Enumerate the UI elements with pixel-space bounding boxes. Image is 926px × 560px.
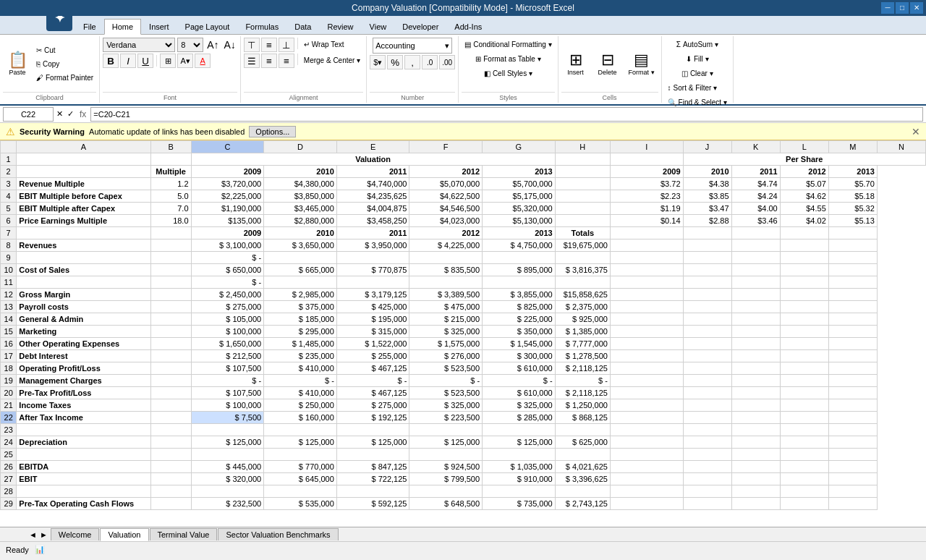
cell-12-col5[interactable]: $ 3,389,500 bbox=[409, 289, 483, 301]
cell-4-col0[interactable]: EBIT Multiple before Capex bbox=[17, 190, 150, 203]
col-header-b[interactable]: B bbox=[150, 141, 191, 153]
cell-20-col12[interactable] bbox=[828, 387, 877, 399]
cell-7-col0[interactable] bbox=[17, 227, 150, 239]
cell-27-col4[interactable]: $ 722,125 bbox=[336, 473, 409, 485]
cell-5-col0[interactable]: EBIT Multiple after Capex bbox=[17, 203, 150, 215]
cell-12-col12[interactable] bbox=[828, 289, 877, 301]
cell-16-col5[interactable]: $ 1,575,000 bbox=[409, 338, 483, 350]
cell-28-col6[interactable] bbox=[483, 485, 556, 498]
cell-12-col11[interactable] bbox=[780, 289, 828, 301]
cell-8-col8[interactable] bbox=[610, 239, 683, 252]
cell-12-col7[interactable]: $15,858,625 bbox=[555, 289, 610, 301]
cell-8-col4[interactable]: $ 3,950,000 bbox=[336, 239, 409, 252]
cell-26-col7[interactable]: $ 4,021,625 bbox=[555, 461, 610, 473]
delete-button[interactable]: ⊟ Delete bbox=[593, 41, 622, 88]
cell-4-col6[interactable]: $5,175,000 bbox=[483, 190, 556, 203]
cell-4-col11[interactable]: $4.62 bbox=[780, 190, 828, 203]
cell-4-col7[interactable] bbox=[555, 190, 610, 203]
clear-button[interactable]: ◫ Clear ▾ bbox=[679, 67, 716, 80]
cell-2-col3[interactable]: 2010 bbox=[264, 166, 337, 178]
italic-button[interactable]: I bbox=[120, 54, 136, 68]
cell-28-col2[interactable] bbox=[191, 485, 264, 498]
col-header-g[interactable]: G bbox=[483, 141, 556, 153]
cell-14-col3[interactable]: $ 185,000 bbox=[264, 313, 337, 326]
cell-4-col9[interactable]: $3.85 bbox=[683, 190, 731, 203]
cell-28-col10[interactable] bbox=[731, 485, 780, 498]
cell-3-col4[interactable]: $4,740,000 bbox=[336, 178, 409, 190]
autosum-button[interactable]: Σ AutoSum ▾ bbox=[674, 38, 721, 51]
cell-19-col6[interactable]: $ - bbox=[483, 375, 556, 387]
cell-3-col9[interactable]: $4.38 bbox=[683, 178, 731, 190]
cell-26-col6[interactable]: $ 1,035,000 bbox=[483, 461, 556, 473]
cell-3-col2[interactable]: $3,720,000 bbox=[191, 178, 264, 190]
cell-2-col10[interactable]: 2011 bbox=[731, 166, 780, 178]
cell-21-col0[interactable]: Income Taxes bbox=[17, 399, 150, 412]
cell-7-col9[interactable] bbox=[683, 227, 731, 239]
cell-20-col0[interactable]: Pre-Tax Profit/Loss bbox=[17, 387, 150, 399]
row-header-11[interactable]: 11 bbox=[1, 276, 17, 289]
cell-5-col3[interactable]: $3,465,000 bbox=[264, 203, 337, 215]
col-header-c[interactable]: C bbox=[191, 141, 264, 153]
cell-4-col4[interactable]: $4,235,625 bbox=[336, 190, 409, 203]
row-header-22[interactable]: 22 bbox=[1, 412, 17, 424]
cell-18-col5[interactable]: $ 523,500 bbox=[409, 362, 483, 375]
row-header-20[interactable]: 20 bbox=[1, 387, 17, 399]
security-close-button[interactable]: ✕ bbox=[912, 126, 920, 137]
cell-1-col2[interactable]: Valuation bbox=[191, 153, 555, 166]
cell-8-col0[interactable]: Revenues bbox=[17, 239, 150, 252]
close-button[interactable]: ✕ bbox=[910, 2, 923, 14]
cell-19-col0[interactable]: Management Charges bbox=[17, 375, 150, 387]
cell-14-col7[interactable]: $ 925,000 bbox=[555, 313, 610, 326]
cell-20-col11[interactable] bbox=[780, 387, 828, 399]
cell-28-col1[interactable] bbox=[150, 485, 191, 498]
cell-20-col8[interactable] bbox=[610, 387, 683, 399]
cell-27-col11[interactable] bbox=[780, 473, 828, 485]
cell-2-col0[interactable] bbox=[17, 166, 150, 178]
cell-21-col7[interactable]: $ 1,250,000 bbox=[555, 399, 610, 412]
font-name-select[interactable]: Verdana bbox=[103, 38, 175, 52]
cell-9-col7[interactable] bbox=[555, 252, 610, 264]
cell-10-col6[interactable]: $ 895,000 bbox=[483, 264, 556, 276]
cell-10-col12[interactable] bbox=[828, 264, 877, 276]
row-header-16[interactable]: 16 bbox=[1, 338, 17, 350]
cell-11-col8[interactable] bbox=[610, 276, 683, 289]
cell-11-col11[interactable] bbox=[780, 276, 828, 289]
cell-22-col10[interactable] bbox=[731, 412, 780, 424]
cell-10-col5[interactable]: $ 835,500 bbox=[409, 264, 483, 276]
cell-10-col8[interactable] bbox=[610, 264, 683, 276]
cell-6-col4[interactable]: $3,458,250 bbox=[336, 215, 409, 227]
cell-21-col10[interactable] bbox=[731, 399, 780, 412]
cell-20-col7[interactable]: $ 2,118,125 bbox=[555, 387, 610, 399]
align-right-button[interactable]: ≡ bbox=[279, 54, 294, 68]
cell-19-col4[interactable]: $ - bbox=[336, 375, 409, 387]
options-button[interactable]: Options... bbox=[249, 126, 296, 137]
tab-home[interactable]: Home bbox=[104, 19, 141, 35]
cell-25-col8[interactable] bbox=[610, 449, 683, 461]
cell-5-col12[interactable]: $5.32 bbox=[828, 203, 877, 215]
cell-8-col2[interactable]: $ 3,100,000 bbox=[191, 239, 264, 252]
cell-16-col4[interactable]: $ 1,522,000 bbox=[336, 338, 409, 350]
cell-4-col8[interactable]: $2.23 bbox=[610, 190, 683, 203]
cell-21-col4[interactable]: $ 275,000 bbox=[336, 399, 409, 412]
cell-5-col1[interactable]: 7.0 bbox=[150, 203, 191, 215]
cell-14-col6[interactable]: $ 225,000 bbox=[483, 313, 556, 326]
align-center-button[interactable]: ≡ bbox=[261, 54, 277, 68]
cell-2-col7[interactable] bbox=[555, 166, 610, 178]
row-header-19[interactable]: 19 bbox=[1, 375, 17, 387]
cell-13-col2[interactable]: $ 275,000 bbox=[191, 301, 264, 313]
tab-view[interactable]: View bbox=[362, 18, 395, 34]
cell-13-col3[interactable]: $ 375,000 bbox=[264, 301, 337, 313]
cell-13-col8[interactable] bbox=[610, 301, 683, 313]
cell-9-col2[interactable]: $ - bbox=[191, 252, 264, 264]
cell-14-col10[interactable] bbox=[731, 313, 780, 326]
cell-11-col4[interactable] bbox=[336, 276, 409, 289]
cell-1-col7[interactable] bbox=[555, 153, 610, 166]
cell-11-col5[interactable] bbox=[409, 276, 483, 289]
cell-29-col6[interactable]: $ 735,000 bbox=[483, 498, 556, 510]
cell-19-col7[interactable]: $ - bbox=[555, 375, 610, 387]
cell-23-col12[interactable] bbox=[828, 424, 877, 436]
cell-15-col1[interactable] bbox=[150, 326, 191, 338]
cell-12-col10[interactable] bbox=[731, 289, 780, 301]
cell-2-col12[interactable]: 2013 bbox=[828, 166, 877, 178]
cell-17-col7[interactable]: $ 1,278,500 bbox=[555, 350, 610, 362]
